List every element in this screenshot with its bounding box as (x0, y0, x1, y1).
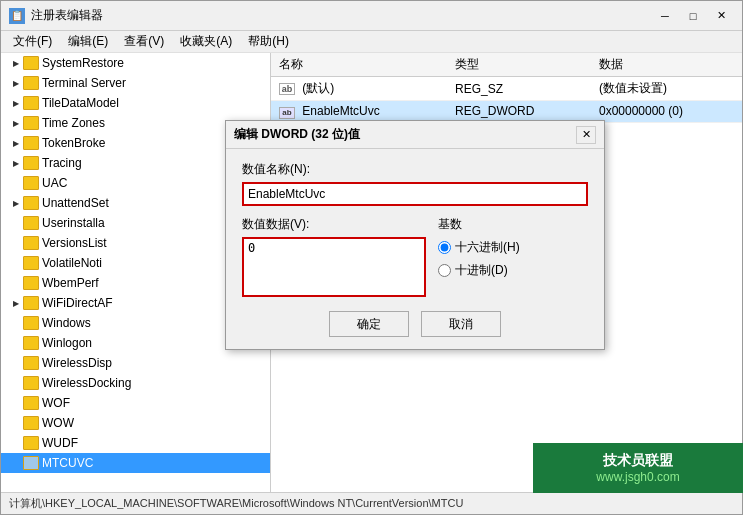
minimize-button[interactable]: ─ (652, 6, 678, 26)
title-bar: 📋 注册表编辑器 ─ □ ✕ (1, 1, 742, 31)
tree-arrow: ▶ (9, 196, 23, 210)
status-text: 计算机\HKEY_LOCAL_MACHINE\SOFTWARE\Microsof… (9, 496, 463, 511)
dialog-body: 数值名称(N): 数值数据(V): 0 基数 十六进制(H) 十进制(D) (226, 149, 604, 349)
folder-icon (23, 196, 39, 210)
tree-arrow: ▶ (9, 96, 23, 110)
tree-item-wow[interactable]: ▶ WOW (1, 413, 270, 433)
radio-hex-label: 十六进制(H) (455, 239, 520, 256)
tree-item-wudf[interactable]: ▶ WUDF (1, 433, 270, 453)
radio-dec[interactable]: 十进制(D) (438, 262, 588, 279)
row-data: 0x00000000 (0) (591, 101, 742, 123)
data-input[interactable]: 0 (242, 237, 426, 297)
folder-icon (23, 336, 39, 350)
menu-favorites[interactable]: 收藏夹(A) (172, 31, 240, 52)
maximize-button[interactable]: □ (680, 6, 706, 26)
tree-arrow: ▶ (9, 76, 23, 90)
table-row[interactable]: ab EnableMtcUvc REG_DWORD 0x00000000 (0) (271, 101, 742, 123)
reg-icon-ab: ab (279, 83, 295, 95)
tree-item-tiledatamodel[interactable]: ▶ TileDataModel (1, 93, 270, 113)
row-type: REG_SZ (447, 77, 591, 101)
folder-icon (23, 176, 39, 190)
tree-arrow: ▶ (9, 116, 23, 130)
dialog-title: 编辑 DWORD (32 位)值 (234, 126, 360, 143)
folder-icon (23, 76, 39, 90)
menu-help[interactable]: 帮助(H) (240, 31, 297, 52)
base-label: 基数 (438, 216, 588, 233)
col-data: 数据 (591, 53, 742, 77)
name-label: 数值名称(N): (242, 161, 588, 178)
tree-item-terminal-server[interactable]: ▶ Terminal Server (1, 73, 270, 93)
row-type: REG_DWORD (447, 101, 591, 123)
base-section: 基数 十六进制(H) 十进制(D) (438, 216, 588, 279)
dialog-title-bar: 编辑 DWORD (32 位)值 ✕ (226, 121, 604, 149)
window-controls: ─ □ ✕ (652, 6, 734, 26)
cancel-button[interactable]: 取消 (421, 311, 501, 337)
table-row[interactable]: ab (默认) REG_SZ (数值未设置) (271, 77, 742, 101)
folder-icon (23, 136, 39, 150)
radio-group: 十六进制(H) 十进制(D) (438, 239, 588, 279)
window-title: 注册表编辑器 (31, 7, 103, 24)
tree-item-mtcuvc[interactable]: ▶ MTCUVC (1, 453, 270, 473)
ok-button[interactable]: 确定 (329, 311, 409, 337)
col-type: 类型 (447, 53, 591, 77)
folder-icon (23, 456, 39, 470)
menu-edit[interactable]: 编辑(E) (60, 31, 116, 52)
status-bar: 计算机\HKEY_LOCAL_MACHINE\SOFTWARE\Microsof… (1, 492, 742, 514)
menu-file[interactable]: 文件(F) (5, 31, 60, 52)
tree-arrow: ▶ (9, 296, 23, 310)
folder-icon (23, 216, 39, 230)
col-name: 名称 (271, 53, 447, 77)
folder-icon (23, 296, 39, 310)
registry-table: 名称 类型 数据 ab (默认) REG_SZ (数值未设置) (271, 53, 742, 123)
tree-arrow: ▶ (9, 56, 23, 70)
data-label: 数值数据(V): (242, 216, 426, 233)
menu-bar: 文件(F) 编辑(E) 查看(V) 收藏夹(A) 帮助(H) (1, 31, 742, 53)
folder-icon (23, 276, 39, 290)
folder-icon (23, 356, 39, 370)
folder-icon (23, 416, 39, 430)
folder-icon (23, 116, 39, 130)
radio-hex[interactable]: 十六进制(H) (438, 239, 588, 256)
folder-icon (23, 156, 39, 170)
radio-dec-input[interactable] (438, 264, 451, 277)
name-input[interactable] (242, 182, 588, 206)
menu-view[interactable]: 查看(V) (116, 31, 172, 52)
tree-arrow: ▶ (9, 156, 23, 170)
watermark-bottom: www.jsgh0.com (596, 470, 679, 484)
watermark: 技术员联盟 www.jsgh0.com (533, 443, 743, 493)
tree-arrow: ▶ (9, 136, 23, 150)
row-data: (数值未设置) (591, 77, 742, 101)
tree-item-systemrestore[interactable]: ▶ SystemRestore (1, 53, 270, 73)
folder-icon (23, 436, 39, 450)
watermark-top: 技术员联盟 (603, 452, 673, 470)
folder-icon (23, 256, 39, 270)
tree-item-wirelessdocking[interactable]: ▶ WirelessDocking (1, 373, 270, 393)
folder-icon (23, 396, 39, 410)
reg-icon-hex: ab (279, 107, 295, 119)
radio-dec-label: 十进制(D) (455, 262, 508, 279)
tree-item-wirelessdisp[interactable]: ▶ WirelessDisp (1, 353, 270, 373)
dialog-close-button[interactable]: ✕ (576, 126, 596, 144)
radio-hex-input[interactable] (438, 241, 451, 254)
title-bar-left: 📋 注册表编辑器 (9, 7, 103, 24)
folder-icon (23, 316, 39, 330)
close-button[interactable]: ✕ (708, 6, 734, 26)
folder-icon (23, 96, 39, 110)
folder-icon (23, 236, 39, 250)
app-icon: 📋 (9, 8, 25, 24)
row-name: ab EnableMtcUvc (271, 101, 447, 123)
folder-icon (23, 56, 39, 70)
edit-dword-dialog: 编辑 DWORD (32 位)值 ✕ 数值名称(N): 数值数据(V): 0 基… (225, 120, 605, 350)
tree-item-wof[interactable]: ▶ WOF (1, 393, 270, 413)
dialog-row: 数值数据(V): 0 基数 十六进制(H) 十进制(D) (242, 216, 588, 297)
folder-icon (23, 376, 39, 390)
row-name: ab (默认) (271, 77, 447, 101)
dialog-buttons: 确定 取消 (242, 311, 588, 337)
value-section: 数值数据(V): 0 (242, 216, 426, 297)
